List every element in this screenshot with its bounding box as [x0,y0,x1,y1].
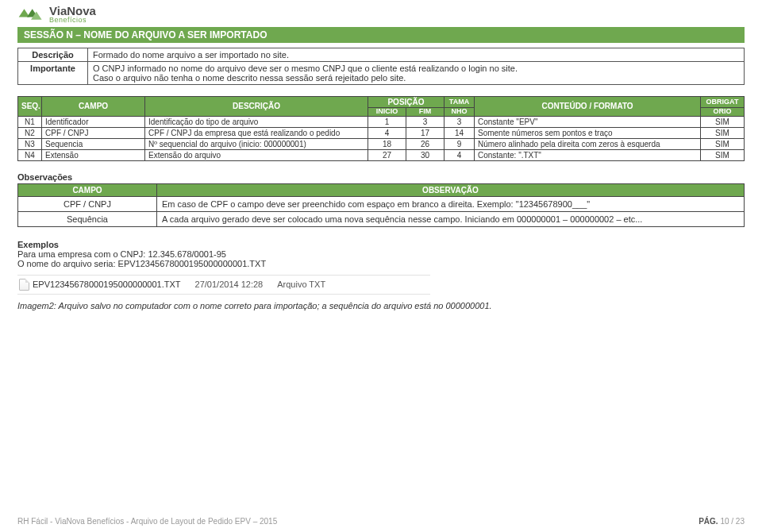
obs-cell-campo: CPF / CNPJ [18,196,157,211]
text-file-icon [19,279,29,291]
logo-line2: Benefícios [49,17,96,24]
obs-table: CAMPO OBSERVAÇÃO CPF / CNPJEm caso de CP… [17,183,745,227]
spec-h-seq: SEQ. [18,97,42,117]
spec-cell-inicio: 1 [368,116,406,127]
spec-h-obrig-l2: ÓRIO [701,108,745,117]
spec-cell-conteudo: Constante: ".TXT" [475,149,701,160]
obs-cell-text: A cada arquivo gerado deve ser colocado … [157,211,745,226]
spec-cell-desc: Identificação do tipo de arquivo [145,116,368,127]
logo-line1: ViaNova [49,5,96,17]
spec-cell-desc: CPF / CNPJ da empresa que está realizand… [145,127,368,138]
table-row: N1IdentificadorIdentificação do tipo de … [18,116,745,127]
page-footer: RH Fácil - ViaNova Benefícios - Arquivo … [17,517,745,526]
image-caption: Imagem2: Arquivo salvo no computador com… [17,301,745,310]
obs-h-observacao: OBSERVAÇÃO [157,183,745,196]
spec-h-conteudo: CONTEÚDO / FORMATO [475,97,701,117]
spec-h-tamanho-l1: TAMA [444,97,475,108]
table-row: N2CPF / CNPJCPF / CNPJ da empresa que es… [18,127,745,138]
table-row: CPF / CNPJEm caso de CPF o campo deve se… [18,196,745,211]
spec-cell-campo: Identificador [42,116,145,127]
spec-h-obrig-l1: OBRIGAT [701,97,745,108]
spec-cell-obrig: SIM [701,149,745,160]
obs-cell-campo: Sequência [18,211,157,226]
spec-h-descricao: DESCRIÇÃO [145,97,368,117]
logo: ViaNova Benefícios [17,5,745,24]
spec-cell-seq: N2 [18,127,42,138]
section-title-bar: SESSÃO N – NOME DO ARQUIVO A SER IMPORTA… [17,27,745,43]
logo-text: ViaNova Benefícios [49,5,96,24]
spec-cell-tamanho: 14 [444,127,475,138]
spec-cell-obrig: SIM [701,116,745,127]
spec-cell-conteudo: Somente números sem pontos e traço [475,127,701,138]
footer-page-label: PÁG. [698,517,718,526]
spec-cell-seq: N3 [18,138,42,149]
desc-importante-line2: Caso o arquivo não tenha o nome descrito… [93,73,739,83]
spec-h-fim: FIM [406,108,444,117]
table-row: N3SequenciaNº sequencial do arquivo (ini… [18,138,745,149]
footer-page: PÁG. 10 / 23 [698,517,745,526]
spec-h-posicao: POSIÇÃO [368,97,444,108]
footer-page-value: 10 / 23 [720,517,745,526]
footer-left: RH Fácil - ViaNova Benefícios - Arquivo … [17,517,277,526]
spec-cell-conteudo: Constante "EPV" [475,116,701,127]
spec-cell-obrig: SIM [701,127,745,138]
obs-h-campo: CAMPO [18,183,157,196]
spec-cell-campo: CPF / CNPJ [42,127,145,138]
spec-cell-fim: 30 [406,149,444,160]
table-row: N4ExtensãoExtensão do arquivo27304Consta… [18,149,745,160]
desc-importante-line1: O CNPJ informado no nome do arquivo deve… [93,64,739,73]
spec-cell-conteudo: Número alinhado pela direita com zeros à… [475,138,701,149]
spec-cell-inicio: 27 [368,149,406,160]
spec-cell-fim: 3 [406,116,444,127]
obs-cell-text: Em caso de CPF o campo deve ser preenchi… [157,196,745,211]
spec-cell-inicio: 18 [368,138,406,149]
examples-heading: Exemplos [17,240,745,249]
spec-cell-fim: 17 [406,127,444,138]
spec-cell-campo: Extensão [42,149,145,160]
desc-text-importante: O CNPJ informado no nome do arquivo deve… [88,62,745,85]
examples-line2: O nome do arquivo seria: EPV123456780001… [17,259,745,268]
spec-cell-fim: 26 [406,138,444,149]
spec-cell-tamanho: 4 [444,149,475,160]
spec-cell-inicio: 4 [368,127,406,138]
desc-label-descricao: Descrição [18,48,88,62]
spec-h-campo: CAMPO [42,97,145,117]
spec-cell-tamanho: 3 [444,116,475,127]
file-name-text: EPV12345678000195000000001.TXT [33,279,181,289]
spec-cell-tamanho: 9 [444,138,475,149]
examples-line1: Para uma empresa com o CNPJ: 12.345.678/… [17,249,745,259]
file-date: 27/01/2014 12:28 [195,279,264,289]
file-type: Arquivo TXT [277,279,325,289]
file-name-cell: EPV12345678000195000000001.TXT [19,279,181,291]
examples-block: Para uma empresa com o CNPJ: 12.345.678/… [17,249,745,268]
spec-h-inicio: INÍCIO [368,108,406,117]
spec-cell-desc: Nº sequencial do arquivo (inicio: 000000… [145,138,368,149]
spec-table: SEQ. CAMPO DESCRIÇÃO POSIÇÃO TAMA CONTEÚ… [17,96,745,161]
spec-cell-obrig: SIM [701,138,745,149]
desc-label-importante: Importante [18,62,88,85]
file-explorer-row: EPV12345678000195000000001.TXT 27/01/201… [17,275,430,295]
spec-cell-seq: N1 [18,116,42,127]
spec-h-tamanho-l2: NHO [444,108,475,117]
description-table: Descrição Formado do nome arquivo a ser … [17,48,745,85]
spec-cell-desc: Extensão do arquivo [145,149,368,160]
spec-cell-seq: N4 [18,149,42,160]
table-row: SequênciaA cada arquivo gerado deve ser … [18,211,745,226]
spec-cell-campo: Sequencia [42,138,145,149]
desc-text-descricao: Formado do nome arquivo a ser importado … [88,48,745,62]
logo-mark-icon [17,5,44,24]
obs-heading: Observações [17,172,745,182]
